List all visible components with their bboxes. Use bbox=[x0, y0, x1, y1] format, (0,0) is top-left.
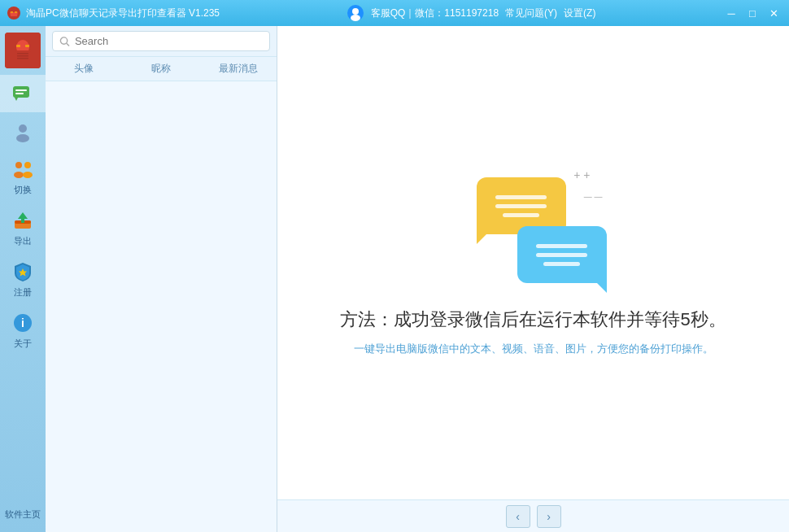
svg-point-21 bbox=[19, 124, 27, 133]
header-contact: 客服QQ｜微信：1151197218 bbox=[371, 7, 499, 20]
svg-point-22 bbox=[16, 134, 29, 142]
search-bar bbox=[46, 26, 277, 57]
svg-rect-4 bbox=[15, 11, 17, 13]
app-icon bbox=[7, 6, 21, 20]
svg-point-26 bbox=[23, 172, 33, 178]
main-content: + + — — 方法：成功登录微信后在运行本软件并等待5秒。 一键导出电脑版微信… bbox=[277, 26, 789, 532]
svg-point-25 bbox=[24, 162, 31, 168]
sidebar-switch-label: 切换 bbox=[14, 184, 32, 196]
main-subtitle: 一键导出电脑版微信中的文本、视频、语音、图片，方便您的备份打印操作。 bbox=[354, 342, 713, 356]
svg-rect-20 bbox=[15, 93, 24, 94]
sidebar-item-about[interactable]: i 关于 bbox=[0, 303, 46, 355]
title-bar-left: 淘晶PC微信聊天记录导出打印查看器 V1.235 bbox=[7, 6, 220, 20]
sidebar-item-chat[interactable] bbox=[0, 75, 46, 112]
bubble-line-5 bbox=[536, 253, 587, 257]
person-icon bbox=[10, 119, 36, 145]
svg-rect-17 bbox=[13, 86, 29, 98]
col-avatar: 头像 bbox=[46, 62, 123, 76]
chat-list-panel: 头像 昵称 最新消息 bbox=[46, 26, 277, 532]
prev-button[interactable]: ‹ bbox=[506, 505, 530, 528]
search-input[interactable] bbox=[75, 35, 263, 47]
restore-button[interactable]: □ bbox=[743, 4, 761, 22]
sidebar-item-profile[interactable] bbox=[0, 112, 46, 150]
sidebar-item-home[interactable]: 软件主页 bbox=[0, 502, 46, 525]
bubble-line-1 bbox=[495, 195, 547, 199]
chat-icon bbox=[10, 81, 36, 107]
svg-line-35 bbox=[67, 43, 69, 46]
bubble-line-3 bbox=[503, 213, 539, 217]
minimize-button[interactable]: ─ bbox=[722, 4, 740, 22]
bubble-line-6 bbox=[543, 262, 580, 266]
svg-point-7 bbox=[351, 15, 360, 21]
bottom-nav: ‹ › bbox=[277, 499, 789, 532]
content-area: + + — — 方法：成功登录微信后在运行本软件并等待5秒。 一键导出电脑版微信… bbox=[277, 26, 789, 499]
sidebar-about-label: 关于 bbox=[14, 338, 32, 350]
search-icon bbox=[59, 36, 70, 47]
dash-decoration: — — bbox=[584, 192, 603, 201]
sidebar-item-switch[interactable]: 切换 bbox=[0, 150, 46, 201]
left-sidebar: 切换 导出 bbox=[0, 26, 46, 532]
svg-rect-13 bbox=[25, 45, 29, 47]
svg-marker-29 bbox=[18, 212, 28, 219]
window-title: 淘晶PC微信聊天记录导出打印查看器 V1.235 bbox=[26, 7, 220, 20]
sidebar-home-label: 软件主页 bbox=[5, 508, 41, 521]
bubble-line-4 bbox=[536, 244, 587, 248]
plus-decoration: + + bbox=[573, 169, 590, 181]
sidebar-item-export[interactable]: 导出 bbox=[0, 201, 46, 252]
svg-rect-16 bbox=[17, 58, 28, 59]
title-bar-center: 客服QQ｜微信：1151197218 常见问题(Y) 设置(Z) bbox=[347, 4, 596, 22]
export-icon bbox=[10, 207, 36, 233]
qq-icon bbox=[347, 4, 364, 22]
chat-list-body[interactable] bbox=[46, 81, 277, 532]
svg-point-23 bbox=[15, 162, 22, 168]
svg-text:i: i bbox=[21, 316, 24, 329]
svg-point-34 bbox=[60, 37, 67, 43]
svg-rect-12 bbox=[16, 45, 20, 47]
main-layout: 切换 导出 bbox=[0, 26, 789, 532]
svg-rect-30 bbox=[21, 219, 24, 223]
chat-list-header: 头像 昵称 最新消息 bbox=[46, 57, 277, 81]
sidebar-item-register[interactable]: 注册 bbox=[0, 252, 46, 303]
search-input-wrapper[interactable] bbox=[52, 31, 270, 51]
switch-icon bbox=[10, 156, 36, 182]
chat-illustration: + + — — bbox=[460, 169, 607, 283]
svg-rect-3 bbox=[11, 11, 13, 13]
svg-point-6 bbox=[352, 8, 359, 15]
bubble-line-2 bbox=[495, 204, 547, 208]
bubble-blue bbox=[517, 226, 607, 283]
svg-marker-18 bbox=[15, 98, 18, 101]
title-bar: 淘晶PC微信聊天记录导出打印查看器 V1.235 客服QQ｜微信：1151197… bbox=[0, 0, 789, 26]
sidebar-export-label: 导出 bbox=[14, 235, 32, 247]
ironman-avatar-icon bbox=[5, 33, 41, 68]
info-icon: i bbox=[10, 310, 36, 336]
shield-icon bbox=[10, 259, 36, 285]
user-avatar[interactable] bbox=[5, 33, 41, 68]
faq-link[interactable]: 常见问题(Y) bbox=[505, 7, 557, 20]
close-button[interactable]: ✕ bbox=[765, 4, 782, 22]
svg-rect-19 bbox=[15, 89, 27, 91]
svg-rect-15 bbox=[17, 55, 28, 57]
title-bar-controls: ─ □ ✕ bbox=[722, 4, 782, 22]
sidebar-register-label: 注册 bbox=[14, 286, 32, 299]
main-title: 方法：成功登录微信后在运行本软件并等待5秒。 bbox=[340, 307, 726, 332]
next-button[interactable]: › bbox=[537, 505, 561, 528]
svg-rect-14 bbox=[17, 53, 28, 55]
col-latest: 最新消息 bbox=[199, 62, 277, 76]
svg-point-24 bbox=[14, 172, 24, 178]
col-nickname: 昵称 bbox=[123, 62, 200, 76]
settings-link[interactable]: 设置(Z) bbox=[564, 7, 595, 20]
